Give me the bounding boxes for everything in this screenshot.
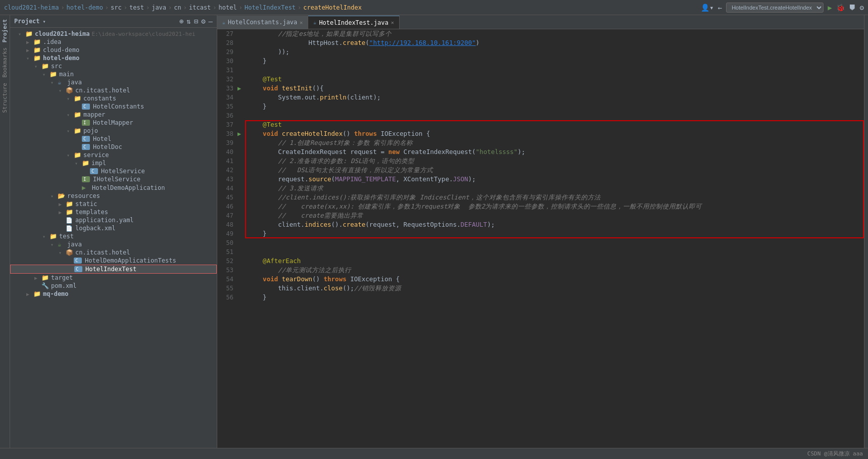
- folder-icon-cloud-demo: 📁: [33, 46, 41, 54]
- tree-item-logback-xml[interactable]: 📄 logback.xml: [10, 224, 217, 232]
- table-row: 48 client.indices().create(request, Requ…: [217, 220, 864, 229]
- tree-item-IHotelService[interactable]: I IHotelService: [10, 175, 217, 183]
- interface-icon: I: [82, 120, 90, 126]
- project-dropdown-icon[interactable]: ▾: [43, 19, 46, 24]
- method-selector[interactable]: HotelIndexTest.createHotelIndex: [726, 3, 824, 13]
- code-editor[interactable]: 27 //指定es地址，如果是集群可以写多个 28 HttpHost.creat…: [217, 29, 864, 448]
- left-side-tabs: Project Bookmarks Structure: [0, 15, 10, 448]
- settings-icon[interactable]: ⚙: [860, 4, 864, 12]
- bookmarks-tab[interactable]: Bookmarks: [1, 45, 9, 80]
- tree-item-HotelDoc[interactable]: C HotelDoc: [10, 143, 217, 151]
- collapse-icon[interactable]: ⊟: [194, 17, 198, 25]
- tree-item-cloud-demo[interactable]: ▶ 📁 cloud-demo: [10, 46, 217, 54]
- java-class-icon4: C: [90, 168, 98, 174]
- top-bar-path: cloud2021-heima › hotel-demo › src › tes…: [4, 4, 362, 11]
- test-src-icon: ☕: [58, 241, 66, 248]
- folder-icon-service: 📁: [74, 151, 82, 159]
- table-row: 54 void tearDown() throws IOException {: [217, 275, 864, 284]
- add-icon[interactable]: ⊕: [179, 17, 183, 25]
- path-hoteldemo[interactable]: hotel-demo: [67, 4, 103, 11]
- tree-item-java-test[interactable]: ▾ ☕ java: [10, 240, 217, 248]
- path-method[interactable]: createHotelIndex: [303, 4, 362, 11]
- path-src[interactable]: src: [111, 4, 122, 11]
- close-sidebar-icon[interactable]: —: [209, 17, 213, 25]
- tree-item-mq-demo[interactable]: ▶ 📁 mq-demo: [10, 290, 217, 298]
- table-row: 29 ));: [217, 47, 864, 57]
- tree-item-src[interactable]: ▾ 📁 src: [10, 62, 217, 70]
- tree-item-HotelConstants[interactable]: C HotelConstants: [10, 103, 217, 111]
- tree-item-mapper[interactable]: ▾ 📁 mapper: [10, 111, 217, 119]
- main-class-icon: ▶: [82, 184, 90, 191]
- tab-bar: ☕ HotelConstants.java ✕ ☕ HotelIndexTest…: [217, 15, 864, 29]
- table-row: 56 }: [217, 293, 864, 302]
- package-icon: 📦: [66, 87, 74, 94]
- tree-item-service[interactable]: ▾ 📁 service: [10, 151, 217, 159]
- tree-item-Hotel[interactable]: C Hotel: [10, 135, 217, 143]
- tab-close-indextest[interactable]: ✕: [391, 20, 394, 25]
- tree-item-pojo[interactable]: ▾ 📁 pojo: [10, 127, 217, 135]
- tree-item-HotelDemoApp[interactable]: ▶ HotelDemoApplication: [10, 183, 217, 192]
- sidebar-tree: ▾ 📁 cloud2021-heima E:\idea-workspace\cl…: [10, 28, 217, 448]
- tree-item-target[interactable]: ▶ 📁 target: [10, 274, 217, 282]
- tree-item-HotelDemoAppTests[interactable]: C HotelDemoApplicationTests: [10, 257, 217, 265]
- tree-item-idea[interactable]: ▶ 📁 .idea: [10, 38, 217, 46]
- path-itcast[interactable]: itcast: [189, 4, 211, 11]
- path-hotel[interactable]: hotel: [219, 4, 237, 11]
- table-row: 32 @Test: [217, 75, 864, 84]
- table-row: 44 // 3.发送请求: [217, 184, 864, 193]
- folder-icon-mapper: 📁: [74, 111, 82, 118]
- tree-item-hotel-demo[interactable]: ▾ 📁 hotel-demo: [10, 54, 217, 62]
- path-test[interactable]: test: [129, 4, 144, 11]
- user-icon[interactable]: 👤▾: [701, 4, 713, 12]
- run-gutter-icon[interactable]: ▶: [237, 85, 241, 92]
- tree-item-application-yaml[interactable]: 📄 application.yaml: [10, 216, 217, 224]
- tree-item-templates[interactable]: ▶ 📁 templates: [10, 208, 217, 216]
- tree-item-HotelService[interactable]: C HotelService: [10, 167, 217, 175]
- table-row: 27 //指定es地址，如果是集群可以写多个: [217, 29, 864, 38]
- tree-item-main[interactable]: ▾ 📁 main: [10, 70, 217, 78]
- navigate-back-icon[interactable]: ←: [718, 4, 722, 12]
- table-row: 31: [217, 66, 864, 75]
- tree-item-java[interactable]: ▾ ☕ java: [10, 78, 217, 86]
- tab-HotelIndexTest[interactable]: ☕ HotelIndexTest.java ✕: [308, 16, 399, 29]
- structure-tab[interactable]: Structure: [1, 81, 9, 115]
- tree-item-pkg-test[interactable]: ▾ 📦 cn.itcast.hotel: [10, 248, 217, 257]
- tree-item-HotelIndexTest[interactable]: C HotelIndexTest: [10, 265, 217, 274]
- tree-item-constants[interactable]: ▾ 📁 constants: [10, 94, 217, 103]
- project-tab[interactable]: Project: [1, 17, 9, 44]
- tree-item-pkg[interactable]: ▾ 📦 cn.itcast.hotel: [10, 86, 217, 94]
- tree-item-static[interactable]: ▶ 📁 static: [10, 200, 217, 208]
- debug-icon[interactable]: 🐞: [836, 4, 845, 12]
- table-row: 47 // create需要抛出异常: [217, 211, 864, 220]
- tab-HotelConstants[interactable]: ☕ HotelConstants.java ✕: [217, 16, 308, 29]
- src-folder-icon: ☕: [58, 79, 66, 86]
- tab-icon-constants: ☕: [222, 20, 225, 25]
- gear-icon[interactable]: ⚙: [201, 17, 205, 25]
- tree-item-resources[interactable]: ▾ 📂 resources: [10, 192, 217, 200]
- table-row: 41 // 2.准备请求的参数: DSL语句，语句的类型: [217, 157, 864, 166]
- table-row: 45 //client.indices():获取操作索引库的对象 Indices…: [217, 193, 864, 202]
- path-file[interactable]: HotelIndexTest: [245, 4, 296, 11]
- java-class-icon: C: [82, 104, 90, 110]
- tree-item-impl[interactable]: ▾ 📁 impl: [10, 159, 217, 167]
- tree-item-pom-xml[interactable]: 🔧 pom.xml: [10, 282, 217, 290]
- run-gutter-icon2[interactable]: ▶: [237, 130, 241, 137]
- table-row: 35 }: [217, 102, 864, 111]
- top-bar: cloud2021-heima › hotel-demo › src › tes…: [0, 0, 868, 15]
- table-row: 39 // 1.创建Request对象：参数 索引库的名称: [217, 138, 864, 147]
- right-border: [864, 15, 868, 448]
- code-table: 27 //指定es地址，如果是集群可以写多个 28 HttpHost.creat…: [217, 29, 864, 302]
- tree-item-test[interactable]: ▾ 📁 test: [10, 232, 217, 240]
- run-icon[interactable]: ▶: [828, 4, 832, 12]
- folder-icon-main: 📁: [50, 71, 58, 78]
- table-row: 28 HttpHost.create("http://192.168.10.16…: [217, 38, 864, 47]
- xml-icon: 📄: [66, 225, 74, 232]
- path-cloud[interactable]: cloud2021-heima: [4, 4, 59, 11]
- path-cn[interactable]: cn: [174, 4, 181, 11]
- path-java[interactable]: java: [152, 4, 166, 11]
- sync-icon[interactable]: ⇅: [186, 17, 190, 25]
- coverage-icon[interactable]: ⛊: [849, 4, 856, 12]
- tree-item-cloud2021[interactable]: ▾ 📁 cloud2021-heima E:\idea-workspace\cl…: [10, 30, 217, 38]
- tab-close-constants[interactable]: ✕: [300, 20, 303, 25]
- tree-item-HotelMapper[interactable]: I HotelMapper: [10, 119, 217, 127]
